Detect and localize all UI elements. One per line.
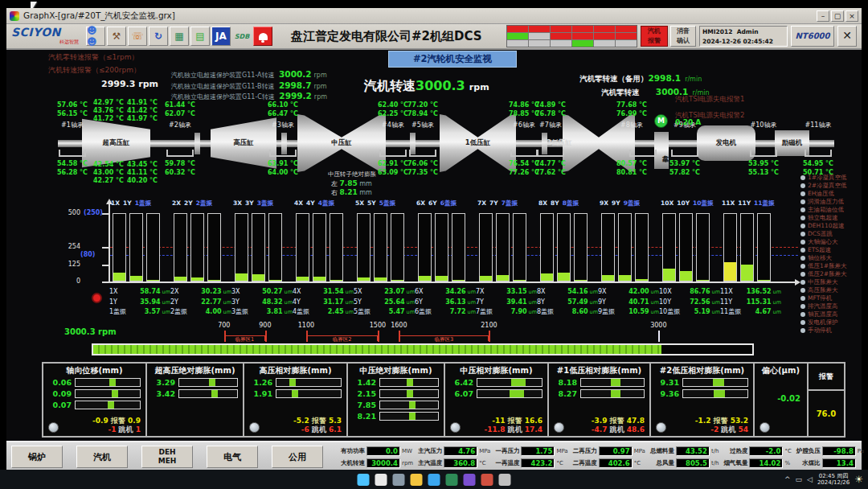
panel-value: 6.07 [447, 389, 473, 398]
vibration-readout-column: 9X42.00um9Y40.71um9盖振10.59um [598, 287, 659, 318]
maximize-button[interactable]: ▢ [831, 10, 844, 22]
uhp-metal-temp: 43.00 °C [92, 169, 124, 176]
tray-network-icon[interactable]: ▭ [795, 475, 802, 483]
bearing-temp-bottom: 53.97 °C [659, 160, 710, 167]
limit-text: -6 跳机 6.1 [293, 425, 342, 434]
nav-button-电气[interactable]: 电气 [207, 446, 258, 468]
logbook-icon[interactable]: ▤ [190, 27, 210, 46]
parameter-row: 主汽温度360.8°C [415, 457, 490, 469]
bar-label: 4X [294, 199, 303, 207]
panel-bar-row: 1.42 [348, 376, 444, 388]
panel-bar-marker [407, 390, 413, 397]
start-icon[interactable] [358, 474, 370, 486]
nav-button-DEH[interactable]: DEHMEH [141, 446, 193, 468]
app-red-icon[interactable] [481, 474, 493, 486]
bearing-label: #8轴承 [609, 121, 654, 129]
app-green-icon[interactable] [446, 474, 458, 486]
status-red-dot [92, 293, 102, 303]
readout-name: 5X [354, 287, 375, 297]
uhp-metal-temp: 41.72 °C [92, 115, 124, 122]
bearing-temp-top: 78.94 °C [397, 110, 448, 117]
trip-lamp-icon [800, 183, 805, 188]
nav-button-锅炉[interactable]: 锅炉 [11, 446, 63, 468]
panel-bar [276, 389, 342, 398]
ref-label-80: (80) [80, 251, 95, 258]
nav-button-label: DEH [142, 448, 192, 457]
alarm-ack-button[interactable]: 消音 确认 [670, 26, 696, 47]
sdb-icon[interactable]: SDB [232, 27, 252, 46]
trip-item-label: 中压胀差大 [808, 278, 838, 286]
limit-text: 48.6 [627, 425, 645, 434]
vibration-readout-row: 11Y115.31um [720, 298, 781, 308]
vibration-bar-fill [619, 275, 631, 281]
bearing-bracket [510, 150, 538, 157]
gauge-tick-label: 2100 [473, 322, 505, 329]
bearing-bracket [409, 150, 436, 157]
users-icon[interactable]: ☻☻ [86, 27, 105, 46]
close-button[interactable]: × [845, 10, 858, 22]
alarm-summary-grid[interactable] [506, 25, 637, 47]
trip-list-item: 轴位移大 [800, 254, 862, 262]
gauge-tick-mark [489, 331, 490, 342]
trip-lamp-icon [800, 280, 805, 285]
panel-title: 中压相对膨胀(mm) [445, 365, 547, 376]
os-taskbar: ^ ▭ ◁ 02:45 周四 2024/12/26 ☀ [0, 470, 868, 489]
explorer-icon[interactable] [411, 474, 423, 486]
minimize-button[interactable]: – [817, 10, 829, 22]
turbine-alarm-button[interactable]: 汽机 报警 [641, 26, 668, 47]
trip-lamp-icon [800, 264, 805, 269]
edge-icon[interactable] [428, 474, 440, 486]
settings-gear-icon[interactable]: ☀ [854, 474, 863, 485]
trip-list-item: 轴瓦温度高 [800, 310, 862, 318]
shaft-coupling [194, 133, 200, 154]
readout-unit: um [162, 308, 170, 318]
panel-bar-row: 8.27 [549, 388, 649, 399]
vibration-readout-row: 9盖振10.59um [598, 307, 659, 318]
app-purple-icon[interactable] [464, 474, 476, 486]
tools-icon[interactable]: ⚒ [107, 27, 126, 46]
parameter-row: 总风量805.5t/h [647, 457, 719, 469]
sync-icon[interactable]: ↻ [149, 27, 168, 46]
toolbar-close-icon[interactable]: ✕ [837, 26, 857, 47]
vibration-bar [757, 213, 771, 281]
panel-bar-row: 3.42 [147, 388, 243, 399]
taskbar-clock[interactable]: 02:45 周四 2024/12/26 [817, 473, 850, 487]
tray-chevron-icon[interactable]: ^ [784, 475, 791, 483]
vibration-bar [113, 213, 126, 281]
panel-title: 轴向位移(mm) [43, 365, 145, 376]
parameter-value: 805.5 [676, 458, 710, 468]
panel-bar [379, 378, 439, 387]
alarm-bell-icon[interactable] [253, 27, 272, 46]
panel-bar-marker [211, 390, 218, 397]
bar-label: 1Y [123, 199, 132, 207]
bar-label: 10盖振 [693, 199, 713, 207]
ja-icon[interactable]: JA [211, 27, 231, 46]
nav-button-公用[interactable]: 公用 [272, 446, 323, 468]
tray-volume-icon[interactable]: ◁ [807, 475, 813, 483]
bar-label: 2盖振 [196, 199, 212, 207]
app-gray-icon[interactable] [499, 474, 511, 486]
page-title-badge: #2汽轮机安全监视 [388, 51, 517, 68]
bar-group-labels: 3X3Y3盖振 [233, 199, 276, 208]
taskview-icon[interactable] [393, 474, 405, 486]
readout-unit: um [407, 288, 415, 298]
trip-list-item: 独立电超速 [800, 214, 862, 222]
vibration-bar [235, 213, 248, 281]
trip-list-item: 大轴偏心大 [800, 238, 862, 246]
bar-label: 4Y [306, 199, 315, 207]
alarm-grid-cell [507, 33, 528, 39]
readout-name: 5Y [354, 298, 375, 307]
parameter-unit: t/h [711, 448, 719, 454]
nav-button-汽机[interactable]: 汽机 [76, 446, 128, 468]
vibration-bar-fill [252, 274, 264, 281]
trip-list-item: 低压1#胀差大 [800, 262, 862, 270]
bell-glyph [259, 33, 268, 40]
monitor-icon[interactable]: ▦ [170, 27, 189, 46]
trip-lamp-icon [800, 328, 805, 333]
search-icon[interactable] [375, 474, 387, 486]
bearing-temp-bottom: 54.95 °C [792, 160, 844, 167]
bar-group-labels: 9X9Y9盖振 [600, 199, 643, 208]
bar-group-labels: 2X2Y2盖振 [172, 199, 215, 208]
operator-station-icon[interactable]: ☏ [128, 27, 147, 46]
limit-text: 53.2 [731, 417, 748, 425]
